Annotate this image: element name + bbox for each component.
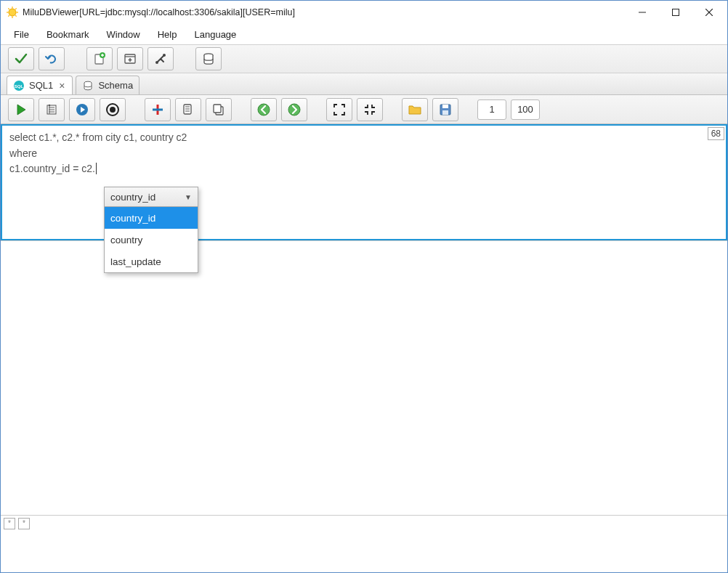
play-circle-icon [75, 102, 89, 117]
sql-toolbar [1, 95, 727, 124]
autocomplete-selected-label: country_id [110, 192, 155, 203]
schema-tab-icon [82, 80, 94, 92]
chevron-down-icon: ▼ [185, 193, 192, 201]
svg-rect-10 [673, 9, 679, 16]
arrow-left-icon [256, 102, 271, 117]
char-counter: 68 [708, 127, 724, 140]
svg-line-5 [8, 8, 9, 9]
tab-schema[interactable]: Schema [76, 76, 139, 94]
copy-icon [212, 103, 225, 116]
autocomplete-list: country_id country last_update [104, 207, 198, 273]
menu-bookmark[interactable]: Bookmark [39, 26, 97, 43]
duplicate-button[interactable] [206, 98, 232, 121]
window-title: MiluDBViewer[URL=jdbc:mysql://localhost:… [23, 7, 626, 17]
new-document-icon [92, 52, 107, 66]
svg-line-6 [15, 15, 17, 17]
open-button[interactable] [402, 98, 428, 121]
copy-button[interactable] [175, 98, 201, 121]
results-pane [1, 240, 727, 515]
menu-window[interactable]: Window [99, 26, 147, 43]
minimize-button[interactable] [626, 1, 659, 23]
tab-schema-label: Schema [98, 80, 133, 91]
menubar: File Bookmark Window Help Language [1, 24, 727, 44]
svg-line-8 [15, 8, 17, 9]
connection-button[interactable] [147, 47, 174, 70]
svg-point-18 [163, 54, 166, 57]
tab-sql1-label: SQL1 [29, 80, 53, 91]
expand-icon [333, 103, 346, 116]
svg-text:SQL: SQL [15, 84, 24, 89]
tab-close-icon[interactable]: × [57, 80, 66, 92]
explain-button[interactable] [39, 98, 65, 121]
rollback-button[interactable] [39, 47, 65, 70]
autocomplete-option[interactable]: country [105, 229, 198, 251]
execute-button[interactable] [8, 98, 34, 121]
check-icon [14, 52, 28, 66]
play-icon [15, 103, 28, 116]
execute-script-button[interactable] [69, 98, 95, 121]
status-indicator-2[interactable]: * [18, 518, 30, 529]
maximize-button[interactable] [659, 1, 692, 23]
svg-rect-30 [214, 105, 221, 113]
tab-sql1[interactable]: SQL SQL1 × [7, 76, 73, 94]
status-indicator-1[interactable]: * [4, 518, 15, 529]
autocomplete-combo[interactable]: country_id ▼ [104, 187, 198, 207]
page-from-input[interactable] [477, 99, 506, 120]
collapse-button[interactable] [357, 98, 383, 121]
new-window-button[interactable] [117, 47, 143, 70]
new-tab-button[interactable] [86, 47, 113, 70]
menu-help[interactable]: Help [150, 26, 185, 43]
commit-button[interactable] [8, 47, 34, 70]
app-icon [7, 7, 18, 18]
sql-editor[interactable]: select c1.*, c2.* from city c1, country … [1, 124, 727, 240]
collapse-icon [363, 103, 376, 116]
titlebar: MiluDBViewer[URL=jdbc:mysql://localhost:… [1, 1, 727, 24]
page-to-input[interactable] [511, 99, 540, 120]
status-bar: * * [1, 515, 727, 531]
svg-point-17 [155, 61, 158, 64]
svg-point-32 [288, 104, 300, 115]
save-button[interactable] [432, 98, 458, 121]
explain-icon [45, 103, 58, 116]
save-icon [439, 103, 452, 116]
svg-point-24 [49, 104, 50, 105]
main-toolbar [1, 44, 727, 73]
sql-tab-icon: SQL [13, 80, 25, 92]
undo-icon [44, 52, 59, 66]
svg-point-27 [110, 107, 116, 113]
tab-bar: SQL SQL1 × Schema [1, 73, 727, 95]
stop-button[interactable] [100, 98, 126, 121]
autocomplete-popup: country_id ▼ country_id country last_upd… [104, 187, 198, 273]
arrow-right-icon [287, 102, 302, 117]
close-button[interactable] [692, 1, 726, 23]
autocomplete-option[interactable]: country_id [105, 207, 198, 229]
autocomplete-option[interactable]: last_update [105, 251, 198, 272]
svg-point-31 [258, 104, 270, 115]
menu-file[interactable]: File [7, 26, 36, 43]
folder-icon [408, 103, 422, 116]
record-icon [105, 102, 120, 117]
copy-lines-icon [182, 103, 195, 116]
window-controls [626, 1, 726, 23]
expand-button[interactable] [326, 98, 352, 121]
menu-language[interactable]: Language [187, 26, 243, 43]
prev-button[interactable] [251, 98, 277, 121]
svg-line-7 [8, 15, 9, 17]
next-button[interactable] [281, 98, 307, 121]
plus-color-icon [151, 103, 164, 116]
svg-rect-35 [442, 110, 448, 115]
new-window-icon [123, 52, 137, 66]
database-button[interactable] [195, 47, 222, 70]
sql-text: select c1.*, c2.* from city c1, country … [2, 126, 726, 182]
svg-point-0 [9, 9, 16, 16]
add-button[interactable] [145, 98, 171, 121]
svg-rect-34 [442, 105, 448, 108]
database-icon [201, 52, 216, 66]
plug-icon [153, 52, 168, 66]
